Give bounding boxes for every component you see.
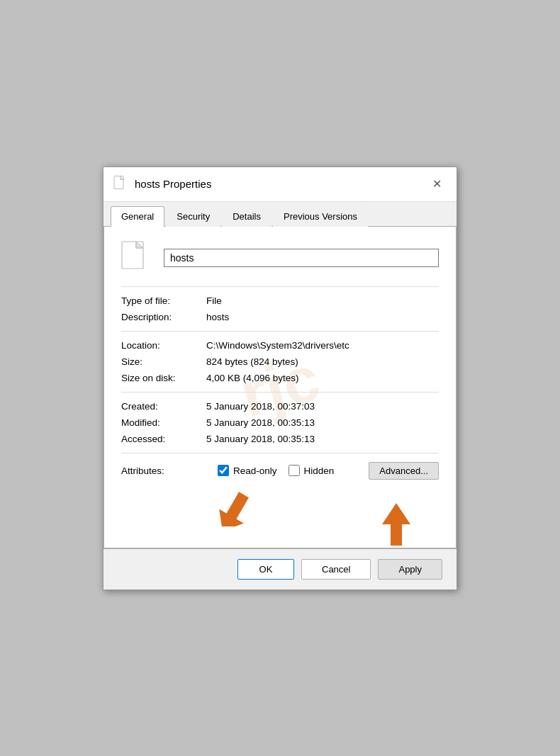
label-attributes: Attributes: [121,466,206,476]
tab-security[interactable]: Security [166,206,220,227]
footer: OK Cancel Apply [103,548,457,589]
dialog-title: hosts Properties [135,178,427,190]
attributes-row: Attributes: Read-only Hidden Advanced... [121,462,439,480]
dialog-window: hosts Properties ✕ General Security Deta… [103,167,457,590]
value-description: hosts [206,312,439,322]
advanced-button[interactable]: Advanced... [369,462,439,480]
value-accessed: 5 January 2018, 00:35:13 [206,434,439,444]
value-location: C:\Windows\System32\drivers\etc [206,340,439,351]
label-created: Created: [121,401,206,412]
divider-1 [121,286,439,287]
checkbox-hidden[interactable]: Hidden [289,465,335,476]
label-type: Type of file: [121,295,206,306]
value-type: File [206,295,439,306]
tab-general[interactable]: General [111,206,164,227]
svg-marker-5 [382,503,410,546]
tab-details[interactable]: Details [222,206,271,227]
label-location: Location: [121,340,206,351]
filename-input[interactable] [164,249,439,267]
svg-marker-4 [211,487,257,526]
label-accessed: Accessed: [121,434,206,444]
tab-previous-versions[interactable]: Previous Versions [273,206,368,227]
divider-4 [121,453,439,453]
cancel-button[interactable]: Cancel [301,559,371,580]
value-created: 5 January 2018, 00:37:03 [206,401,439,412]
divider-3 [121,392,439,393]
value-modified: 5 January 2018, 00:35:13 [206,417,439,428]
label-modified: Modified: [121,417,206,428]
hidden-checkbox[interactable] [289,465,300,476]
apply-button[interactable]: Apply [378,559,442,580]
arrow-down-annotation [375,500,418,549]
info-dates: Created: 5 January 2018, 00:37:03 Modifi… [121,401,439,444]
label-size-on-disk: Size on disk: [121,373,206,383]
ok-button[interactable]: OK [237,559,294,580]
tab-bar: General Security Details Previous Versio… [103,202,457,227]
title-bar-file-icon [113,176,128,193]
value-size: 824 bytes (824 bytes) [206,356,439,367]
close-button[interactable]: ✕ [427,174,447,194]
value-size-on-disk: 4,00 KB (4,096 bytes) [206,373,439,383]
arrow-annotation [192,477,263,526]
readonly-label: Read-only [233,466,277,476]
info-type-desc: Type of file: File Description: hosts [121,295,439,322]
file-icon [121,241,150,275]
info-location-size: Location: C:\Windows\System32\drivers\et… [121,340,439,383]
label-size: Size: [121,356,206,367]
file-header [121,241,439,275]
readonly-checkbox[interactable] [218,465,229,476]
hidden-label: Hidden [304,466,335,476]
label-description: Description: [121,312,206,322]
divider-2 [121,331,439,332]
checkbox-readonly[interactable]: Read-only [218,465,277,476]
title-bar: hosts Properties ✕ [103,167,457,202]
